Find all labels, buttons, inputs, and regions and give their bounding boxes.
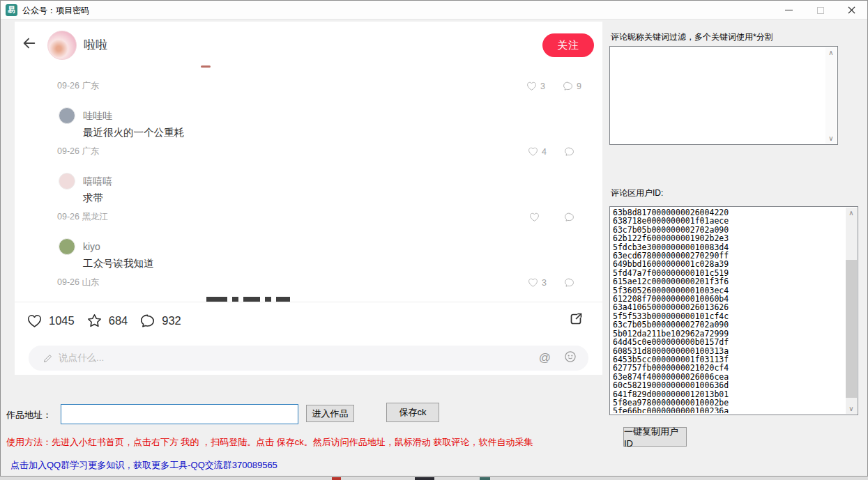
heart-icon bbox=[26, 312, 43, 330]
heart-icon[interactable] bbox=[526, 80, 538, 92]
comment-input[interactable]: 说点什么... @ bbox=[29, 346, 588, 371]
scrollbar-thumb[interactable] bbox=[846, 260, 857, 398]
comment-meta-row: 09-26 山东3 bbox=[15, 277, 602, 288]
user-id-scrollbar[interactable]: ∧ ∨ bbox=[846, 208, 857, 414]
filter-scrollbar[interactable]: ∧ ∨ bbox=[825, 47, 837, 144]
commenter-avatar[interactable] bbox=[59, 107, 75, 124]
scroll-down-icon[interactable]: ∨ bbox=[825, 133, 837, 144]
user-id-line: 64d45c0e000000000b0157df bbox=[613, 338, 844, 346]
comment-date-location: 09-26 黑龙江 bbox=[57, 211, 108, 223]
comment-like[interactable] bbox=[528, 211, 547, 223]
comment-actions bbox=[528, 211, 581, 223]
commenter-name[interactable]: 嘻嘻嘻 bbox=[83, 176, 112, 187]
like-group[interactable]: 1045 bbox=[26, 312, 75, 330]
comment-item: 哇哇哇最近很火的一个公重耗09-26 广东4 bbox=[15, 107, 602, 157]
comment-date-location: 09-26 广东 bbox=[57, 80, 99, 92]
follow-button[interactable]: 关注 bbox=[542, 33, 594, 57]
collect-group[interactable]: 684 bbox=[86, 312, 128, 330]
comment-header: 嘻嘻嘻 bbox=[15, 173, 602, 189]
address-label: 作品地址： bbox=[6, 409, 52, 421]
comment-text: 最近很火的一个公重耗 bbox=[15, 125, 602, 139]
scroll-up-icon[interactable]: ∧ bbox=[825, 47, 837, 58]
enter-work-button[interactable]: 进入作品 bbox=[306, 405, 354, 422]
user-id-line: 5fe66bc0000000000100236a bbox=[613, 407, 844, 413]
mention-icon[interactable]: @ bbox=[539, 351, 551, 365]
emoji-icon[interactable] bbox=[563, 350, 577, 366]
comment-like[interactable]: 3 bbox=[526, 80, 545, 92]
author-avatar[interactable] bbox=[47, 31, 77, 60]
comment-reply[interactable] bbox=[563, 277, 581, 288]
maximize-button[interactable] bbox=[805, 1, 836, 20]
comment-reply[interactable] bbox=[563, 146, 581, 157]
post-webview: 啦啦 关注 09-26 广东39哇哇哇最近很火的一个公重耗09-26 广东4嘻嘻… bbox=[15, 22, 602, 375]
star-icon bbox=[86, 312, 103, 330]
qq-group-link[interactable]: 点击加入QQ群学习更多知识，获取更多工具-QQ交流群370089565 bbox=[10, 459, 277, 472]
chat-bubble-icon[interactable] bbox=[562, 80, 574, 92]
close-icon bbox=[848, 6, 855, 14]
address-input[interactable] bbox=[61, 404, 298, 424]
chat-bubble-icon[interactable] bbox=[563, 277, 575, 288]
share-button[interactable] bbox=[568, 311, 584, 330]
comment-like[interactable]: 3 bbox=[527, 277, 547, 288]
maximize-icon bbox=[817, 7, 824, 14]
comment-text: 求带 bbox=[15, 191, 602, 205]
chat-bubble-icon bbox=[139, 312, 156, 330]
comment-group[interactable]: 932 bbox=[139, 312, 181, 330]
app-icon: 易 bbox=[6, 4, 17, 16]
post-action-bar: 1045 684 932 bbox=[15, 302, 602, 339]
comment-reply[interactable] bbox=[563, 211, 581, 223]
user-id-line: 649bbd16000000001c028a39 bbox=[613, 260, 844, 268]
scroll-up-icon[interactable]: ∧ bbox=[846, 208, 857, 218]
save-ck-button[interactable]: 保存ck bbox=[386, 403, 439, 422]
comment-item: kiyo工众号诶我知道09-26 山东3 bbox=[15, 238, 602, 288]
user-id-line: 63a410650000000026013626 bbox=[613, 303, 844, 311]
user-id-textarea[interactable]: 63b8d8170000000026004220638718e000000000… bbox=[609, 206, 858, 415]
comment-reply-count: 9 bbox=[577, 82, 581, 91]
heart-icon[interactable] bbox=[527, 277, 539, 288]
comment-meta-row: 09-26 广东4 bbox=[15, 146, 602, 157]
comment-like-count: 4 bbox=[542, 147, 547, 157]
heart-icon[interactable] bbox=[528, 211, 540, 223]
taskbar-item bbox=[415, 477, 434, 480]
app-window: 易 公众号：项目密码 啦啦 关注 09-26 广东39哇哇哇最近很火的一个公重耗… bbox=[0, 0, 868, 477]
taskbar-sliver bbox=[0, 477, 868, 480]
user-id-line: 60c58219000000000100636d bbox=[613, 381, 844, 389]
comment-item: 09-26 广东39 bbox=[15, 80, 602, 92]
pen-icon bbox=[43, 353, 53, 364]
commenter-avatar[interactable] bbox=[59, 173, 75, 189]
like-count: 1045 bbox=[49, 314, 75, 327]
comment-reply[interactable]: 9 bbox=[562, 80, 581, 92]
taskbar-item bbox=[332, 477, 341, 480]
comment-actions: 4 bbox=[527, 146, 581, 157]
comment-meta-row: 09-26 广东39 bbox=[15, 80, 602, 92]
close-button[interactable] bbox=[836, 1, 867, 20]
chat-bubble-icon[interactable] bbox=[563, 211, 575, 223]
comment-actions: 3 bbox=[527, 277, 581, 288]
comment-input-placeholder: 说点什么... bbox=[59, 352, 539, 364]
filter-label: 评论昵称关键词过滤，多个关键词使用*分割 bbox=[611, 31, 773, 43]
user-id-line: 638718e0000000001f01aece bbox=[613, 217, 844, 225]
usage-instructions: 使用方法：先进入小红书首页，点击右下方 我的 ，扫码登陆。点击 保存ck。然后访… bbox=[6, 436, 533, 449]
minimize-button[interactable] bbox=[773, 1, 805, 20]
copy-user-ids-button[interactable]: 一键复制用户ID bbox=[623, 427, 687, 447]
commenter-name[interactable]: 哇哇哇 bbox=[83, 110, 112, 121]
comment-header: kiyo bbox=[15, 238, 602, 255]
commenter-name[interactable]: kiyo bbox=[83, 241, 100, 252]
external-link-icon bbox=[568, 311, 584, 327]
back-button[interactable] bbox=[22, 36, 40, 54]
comment-date-location: 09-26 广东 bbox=[57, 146, 99, 157]
commenter-avatar[interactable] bbox=[59, 238, 75, 255]
chat-bubble-icon[interactable] bbox=[563, 146, 575, 157]
comment-header: 哇哇哇 bbox=[15, 107, 602, 124]
comment-list: 09-26 广东39哇哇哇最近很火的一个公重耗09-26 广东4嘻嘻嘻求带09-… bbox=[15, 80, 602, 302]
comment-like-count: 3 bbox=[540, 82, 545, 91]
heart-icon[interactable] bbox=[527, 146, 539, 157]
comment-meta-row: 09-26 黑龙江 bbox=[15, 211, 602, 223]
user-id-label: 评论区用户ID: bbox=[611, 187, 663, 199]
user-id-line: 62b122f6000000001902b2e3 bbox=[613, 234, 844, 242]
collect-count: 684 bbox=[109, 314, 128, 327]
comment-like[interactable]: 4 bbox=[527, 146, 547, 157]
user-id-line: 615ae12c000000000201f3f6 bbox=[613, 277, 844, 286]
scroll-down-icon[interactable]: ∨ bbox=[846, 403, 857, 414]
filter-textarea[interactable]: ∧ ∨ bbox=[609, 46, 838, 145]
